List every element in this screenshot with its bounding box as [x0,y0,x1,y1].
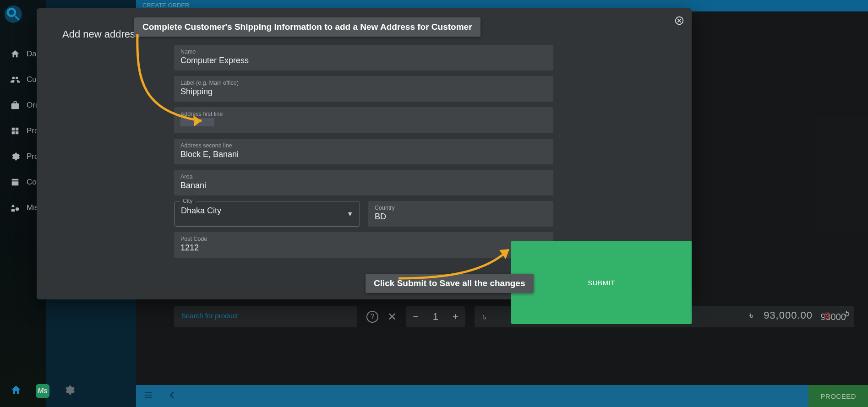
field-value: Computer Express [180,56,547,66]
field-label: Address second line [180,142,547,149]
field-value: Block E, Banani [180,150,547,160]
area-field[interactable]: Area Banani [174,170,553,195]
annotation-bottom: Click Submit to Save all the changes [366,274,534,293]
field-value: BD [375,212,547,222]
field-label: Country [375,205,547,211]
field-value: Banani [180,181,547,191]
field-value [180,118,547,129]
field-label: Name [180,49,547,55]
field-label: Label (e.g. Main office) [180,80,547,86]
field-value: Shipping [180,87,547,97]
name-field[interactable]: Name Computer Express [174,45,553,71]
field-value: 1212 [180,243,547,253]
annotation-top: Complete Customer's Shipping Information… [134,17,480,37]
modal-title: Add new address [62,28,140,40]
field-label: Area [180,174,547,180]
close-icon[interactable] [674,16,684,26]
city-select[interactable]: City Dhaka City ▼ [174,201,360,227]
field-label: City [180,198,196,204]
submit-button[interactable]: SUBMIT [511,241,692,324]
address2-field[interactable]: Address second line Block E, Banani [174,139,553,164]
add-address-modal: Add new address Name Computer Express La… [37,8,692,299]
field-label: Address first line [180,111,547,117]
country-field[interactable]: Country BD [368,201,553,227]
text-selection [180,118,214,126]
label-field[interactable]: Label (e.g. Main office) Shipping [174,76,553,102]
field-value: Dhaka City [181,206,353,216]
address-form: Name Computer Express Label (e.g. Main o… [174,45,553,263]
postcode-field[interactable]: Post Code 1212 REQUIRED [174,232,553,258]
field-label: Post Code [180,236,547,242]
address1-field[interactable]: Address first line [174,107,553,133]
